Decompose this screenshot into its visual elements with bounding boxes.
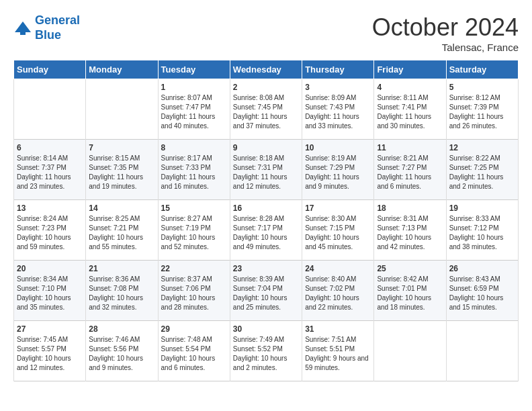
day-number: 8 [161, 143, 227, 152]
day-number: 30 [233, 324, 299, 334]
calendar-cell: 3Sunrise: 8:09 AM Sunset: 7:43 PM Daylig… [302, 79, 374, 140]
day-number: 28 [89, 324, 154, 334]
day-content: Sunrise: 8:11 AM Sunset: 7:41 PM Dayligh… [377, 93, 443, 131]
calendar-cell: 19Sunrise: 8:33 AM Sunset: 7:12 PM Dayli… [446, 200, 518, 261]
day-content: Sunrise: 8:15 AM Sunset: 7:35 PM Dayligh… [89, 154, 154, 191]
calendar-cell: 6Sunrise: 8:14 AM Sunset: 7:37 PM Daylig… [14, 140, 86, 200]
calendar-cell: 12Sunrise: 8:22 AM Sunset: 7:25 PM Dayli… [446, 140, 518, 200]
day-content: Sunrise: 7:51 AM Sunset: 5:51 PM Dayligh… [305, 335, 371, 373]
day-content: Sunrise: 8:43 AM Sunset: 6:59 PM Dayligh… [449, 275, 515, 312]
day-number: 12 [449, 143, 515, 152]
calendar-cell [446, 321, 518, 381]
calendar-cell: 5Sunrise: 8:12 AM Sunset: 7:39 PM Daylig… [446, 79, 518, 140]
page-header: General Blue October 2024 Talensac, Fran… [13, 13, 519, 53]
calendar-cell: 16Sunrise: 8:28 AM Sunset: 7:17 PM Dayli… [230, 200, 302, 261]
day-content: Sunrise: 8:30 AM Sunset: 7:15 PM Dayligh… [305, 214, 371, 252]
calendar-header-row: SundayMondayTuesdayWednesdayThursdayFrid… [14, 60, 519, 79]
day-content: Sunrise: 8:12 AM Sunset: 7:39 PM Dayligh… [449, 93, 515, 131]
day-content: Sunrise: 8:22 AM Sunset: 7:25 PM Dayligh… [449, 154, 515, 191]
day-number: 27 [17, 324, 83, 334]
day-number: 13 [17, 203, 83, 213]
location: Talensac, France [372, 42, 519, 53]
day-header-tuesday: Tuesday [158, 60, 230, 79]
day-content: Sunrise: 8:19 AM Sunset: 7:29 PM Dayligh… [305, 154, 371, 191]
day-number: 1 [161, 83, 227, 92]
day-header-sunday: Sunday [14, 60, 86, 79]
day-content: Sunrise: 8:34 AM Sunset: 7:10 PM Dayligh… [17, 275, 83, 312]
day-number: 22 [161, 264, 227, 273]
calendar-week-2: 6Sunrise: 8:14 AM Sunset: 7:37 PM Daylig… [14, 140, 519, 200]
calendar-cell [374, 321, 446, 381]
day-content: Sunrise: 8:28 AM Sunset: 7:17 PM Dayligh… [233, 214, 299, 252]
calendar-week-4: 20Sunrise: 8:34 AM Sunset: 7:10 PM Dayli… [14, 261, 519, 321]
calendar-cell: 2Sunrise: 8:08 AM Sunset: 7:45 PM Daylig… [230, 79, 302, 140]
day-number: 2 [233, 83, 299, 92]
logo: General Blue [13, 13, 80, 42]
day-number: 25 [377, 264, 443, 273]
day-content: Sunrise: 8:37 AM Sunset: 7:06 PM Dayligh… [161, 275, 227, 312]
calendar-cell: 17Sunrise: 8:30 AM Sunset: 7:15 PM Dayli… [302, 200, 374, 261]
calendar-cell: 13Sunrise: 8:24 AM Sunset: 7:23 PM Dayli… [14, 200, 86, 261]
calendar-cell: 26Sunrise: 8:43 AM Sunset: 6:59 PM Dayli… [446, 261, 518, 321]
title-block: October 2024 Talensac, France [372, 13, 519, 53]
day-number: 31 [305, 324, 371, 334]
day-number: 18 [377, 203, 443, 213]
calendar-week-3: 13Sunrise: 8:24 AM Sunset: 7:23 PM Dayli… [14, 200, 519, 261]
day-content: Sunrise: 8:14 AM Sunset: 7:37 PM Dayligh… [17, 154, 83, 191]
day-content: Sunrise: 8:36 AM Sunset: 7:08 PM Dayligh… [89, 275, 154, 312]
calendar-cell: 14Sunrise: 8:25 AM Sunset: 7:21 PM Dayli… [86, 200, 158, 261]
day-number: 19 [449, 203, 515, 213]
day-content: Sunrise: 8:31 AM Sunset: 7:13 PM Dayligh… [377, 214, 443, 252]
day-content: Sunrise: 8:25 AM Sunset: 7:21 PM Dayligh… [89, 214, 154, 252]
month-title: October 2024 [372, 13, 519, 42]
day-content: Sunrise: 8:24 AM Sunset: 7:23 PM Dayligh… [17, 214, 83, 252]
day-content: Sunrise: 8:07 AM Sunset: 7:47 PM Dayligh… [161, 93, 227, 131]
calendar-cell: 29Sunrise: 7:48 AM Sunset: 5:54 PM Dayli… [158, 321, 230, 381]
calendar-cell: 9Sunrise: 8:18 AM Sunset: 7:31 PM Daylig… [230, 140, 302, 200]
day-content: Sunrise: 8:17 AM Sunset: 7:33 PM Dayligh… [161, 154, 227, 191]
calendar-cell: 30Sunrise: 7:49 AM Sunset: 5:52 PM Dayli… [230, 321, 302, 381]
logo-icon [13, 19, 32, 38]
calendar-table: SundayMondayTuesdayWednesdayThursdayFrid… [13, 60, 519, 381]
logo-text: General Blue [35, 13, 80, 42]
calendar-cell: 8Sunrise: 8:17 AM Sunset: 7:33 PM Daylig… [158, 140, 230, 200]
day-content: Sunrise: 7:45 AM Sunset: 5:57 PM Dayligh… [17, 335, 83, 373]
day-content: Sunrise: 8:27 AM Sunset: 7:19 PM Dayligh… [161, 214, 227, 252]
calendar-cell: 25Sunrise: 8:42 AM Sunset: 7:01 PM Dayli… [374, 261, 446, 321]
calendar-cell: 31Sunrise: 7:51 AM Sunset: 5:51 PM Dayli… [302, 321, 374, 381]
calendar-cell: 24Sunrise: 8:40 AM Sunset: 7:02 PM Dayli… [302, 261, 374, 321]
day-content: Sunrise: 8:42 AM Sunset: 7:01 PM Dayligh… [377, 275, 443, 312]
day-content: Sunrise: 8:18 AM Sunset: 7:31 PM Dayligh… [233, 154, 299, 191]
day-number: 24 [305, 264, 371, 273]
day-content: Sunrise: 7:46 AM Sunset: 5:56 PM Dayligh… [89, 335, 154, 373]
day-content: Sunrise: 8:09 AM Sunset: 7:43 PM Dayligh… [305, 93, 371, 131]
day-number: 26 [449, 264, 515, 273]
day-content: Sunrise: 8:08 AM Sunset: 7:45 PM Dayligh… [233, 93, 299, 131]
day-content: Sunrise: 7:49 AM Sunset: 5:52 PM Dayligh… [233, 335, 299, 373]
day-number: 4 [377, 83, 443, 92]
calendar-week-5: 27Sunrise: 7:45 AM Sunset: 5:57 PM Dayli… [14, 321, 519, 381]
day-number: 10 [305, 143, 371, 152]
day-number: 6 [17, 143, 83, 152]
calendar-cell: 28Sunrise: 7:46 AM Sunset: 5:56 PM Dayli… [86, 321, 158, 381]
day-header-monday: Monday [86, 60, 158, 79]
logo-line1: General [35, 13, 80, 27]
day-number: 16 [233, 203, 299, 213]
day-number: 17 [305, 203, 371, 213]
day-header-wednesday: Wednesday [230, 60, 302, 79]
calendar-cell: 18Sunrise: 8:31 AM Sunset: 7:13 PM Dayli… [374, 200, 446, 261]
day-header-friday: Friday [374, 60, 446, 79]
day-number: 3 [305, 83, 371, 92]
day-number: 21 [89, 264, 154, 273]
svg-rect-2 [20, 30, 26, 35]
calendar-cell: 1Sunrise: 8:07 AM Sunset: 7:47 PM Daylig… [158, 79, 230, 140]
day-number: 7 [89, 143, 154, 152]
calendar-cell: 23Sunrise: 8:39 AM Sunset: 7:04 PM Dayli… [230, 261, 302, 321]
day-number: 15 [161, 203, 227, 213]
calendar-cell: 21Sunrise: 8:36 AM Sunset: 7:08 PM Dayli… [86, 261, 158, 321]
calendar-cell: 27Sunrise: 7:45 AM Sunset: 5:57 PM Dayli… [14, 321, 86, 381]
day-content: Sunrise: 7:48 AM Sunset: 5:54 PM Dayligh… [161, 335, 227, 373]
day-number: 9 [233, 143, 299, 152]
calendar-cell: 11Sunrise: 8:21 AM Sunset: 7:27 PM Dayli… [374, 140, 446, 200]
calendar-cell: 20Sunrise: 8:34 AM Sunset: 7:10 PM Dayli… [14, 261, 86, 321]
